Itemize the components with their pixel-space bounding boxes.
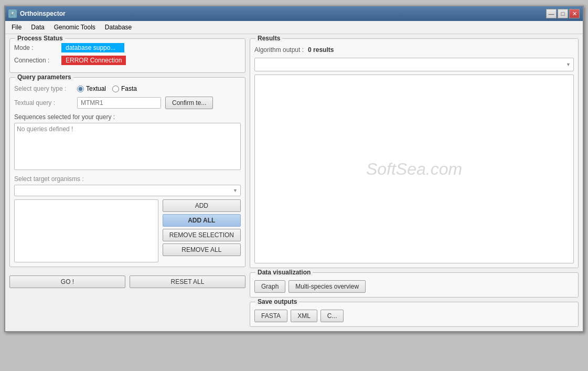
sequences-label: Sequences selected for your query : bbox=[14, 113, 241, 121]
radio-fasta-input[interactable] bbox=[112, 86, 119, 92]
radio-fasta-label: Fasta bbox=[121, 85, 137, 92]
go-button[interactable]: GO ! bbox=[9, 275, 125, 288]
left-panel: Process Status Mode : database suppo... … bbox=[9, 38, 245, 327]
connection-value: ERROR Connection bbox=[61, 56, 126, 65]
bottom-buttons: GO ! RESET ALL bbox=[9, 275, 245, 288]
organisms-section: ADD ADD ALL REMOVE SELECTION REMOVE ALL bbox=[14, 199, 241, 262]
results-count: 0 results bbox=[308, 46, 334, 54]
maximize-button[interactable]: □ bbox=[558, 9, 568, 18]
window-title: Orthoinspector bbox=[20, 10, 66, 17]
algorithm-output-label: Algorithm output : bbox=[254, 46, 304, 54]
data-visualization-title: Data visualization bbox=[255, 269, 313, 276]
target-organisms-label: Select target organisms : bbox=[14, 175, 241, 183]
reset-all-button[interactable]: RESET ALL bbox=[130, 275, 245, 288]
confirm-button[interactable]: Confirm te... bbox=[165, 97, 213, 109]
menu-data[interactable]: Data bbox=[27, 22, 48, 33]
textual-query-label: Textual query : bbox=[14, 99, 77, 107]
radio-textual-input[interactable] bbox=[77, 86, 84, 92]
process-status-group: Process Status Mode : database suppo... … bbox=[9, 38, 245, 73]
results-content-area: SoftSea.com bbox=[254, 75, 574, 263]
save-outputs-group: Save outputs FASTA XML C... bbox=[250, 302, 579, 327]
menu-genomic-tools[interactable]: Genomic Tools bbox=[50, 22, 100, 33]
results-header: Algorithm output : 0 results bbox=[254, 46, 574, 54]
watermark: SoftSea.com bbox=[366, 160, 462, 179]
sequences-section: Sequences selected for your query : No q… bbox=[14, 113, 241, 170]
app-icon: 🔬 bbox=[8, 9, 17, 18]
c-button[interactable]: C... bbox=[320, 310, 344, 322]
mode-row: Mode : database suppo... bbox=[14, 43, 241, 52]
query-type-label: Select query type : bbox=[14, 85, 77, 92]
sequences-box: No queries defined ! bbox=[14, 123, 241, 170]
organisms-list bbox=[14, 199, 158, 262]
menu-database[interactable]: Database bbox=[101, 22, 136, 33]
query-params-group: Query parameters Select query type : Tex… bbox=[9, 77, 245, 267]
title-bar-left: 🔬 Orthoinspector bbox=[8, 9, 66, 18]
results-dropdown[interactable] bbox=[254, 58, 574, 71]
menubar: File Data Genomic Tools Database bbox=[5, 21, 583, 34]
radio-fasta[interactable]: Fasta bbox=[112, 85, 137, 92]
xml-button[interactable]: XML bbox=[291, 310, 317, 322]
remove-selection-button[interactable]: REMOVE SELECTION bbox=[163, 229, 241, 241]
minimize-button[interactable]: — bbox=[546, 9, 557, 18]
fasta-button[interactable]: FASTA bbox=[254, 310, 287, 322]
mode-label: Mode : bbox=[14, 44, 61, 51]
connection-row: Connection : ERROR Connection bbox=[14, 56, 241, 65]
organisms-buttons: ADD ADD ALL REMOVE SELECTION REMOVE ALL bbox=[163, 199, 241, 262]
multi-species-button[interactable]: Multi-species overview bbox=[288, 280, 366, 293]
mode-value: database suppo... bbox=[61, 43, 124, 52]
right-panel: Results Algorithm output : 0 results Sof… bbox=[250, 38, 579, 327]
close-button[interactable]: ✕ bbox=[569, 9, 580, 18]
target-organisms-wrapper bbox=[14, 185, 241, 196]
textual-query-row: Textual query : Confirm te... bbox=[14, 97, 241, 109]
results-group: Results Algorithm output : 0 results Sof… bbox=[250, 38, 579, 268]
graph-button[interactable]: Graph bbox=[254, 280, 285, 293]
add-all-button[interactable]: ADD ALL bbox=[163, 214, 241, 227]
menu-file[interactable]: File bbox=[7, 22, 26, 33]
title-bar: 🔬 Orthoinspector — □ ✕ bbox=[5, 6, 583, 21]
sequences-placeholder: No queries defined ! bbox=[17, 125, 73, 133]
target-organisms-section: Select target organisms : bbox=[14, 175, 241, 196]
data-viz-buttons: Graph Multi-species overview bbox=[254, 280, 574, 293]
data-visualization-group: Data visualization Graph Multi-species o… bbox=[250, 272, 579, 298]
query-params-title: Query parameters bbox=[15, 73, 73, 81]
target-organisms-select[interactable] bbox=[14, 185, 241, 196]
results-title: Results bbox=[255, 35, 282, 42]
radio-textual[interactable]: Textual bbox=[77, 85, 106, 92]
process-status-title: Process Status bbox=[15, 35, 65, 42]
add-button[interactable]: ADD bbox=[163, 199, 241, 212]
window-controls: — □ ✕ bbox=[546, 9, 580, 18]
save-outputs-title: Save outputs bbox=[255, 298, 299, 305]
main-content: Process Status Mode : database suppo... … bbox=[5, 34, 583, 331]
results-dropdown-wrapper bbox=[254, 58, 574, 71]
textual-query-input[interactable] bbox=[77, 97, 161, 109]
query-type-row: Select query type : Textual Fasta bbox=[14, 85, 241, 92]
radio-textual-label: Textual bbox=[86, 85, 106, 92]
remove-all-button[interactable]: REMOVE ALL bbox=[163, 243, 241, 256]
app-window: 🔬 Orthoinspector — □ ✕ File Data Genomic… bbox=[4, 5, 584, 332]
save-buttons: FASTA XML C... bbox=[254, 310, 574, 322]
query-type-radio-group: Textual Fasta bbox=[77, 85, 137, 92]
connection-label: Connection : bbox=[14, 57, 61, 64]
